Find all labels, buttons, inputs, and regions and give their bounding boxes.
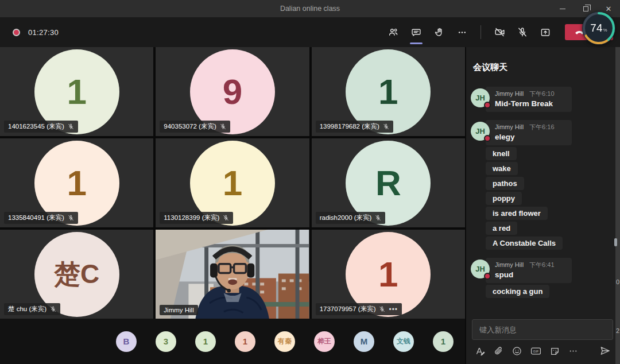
raise-hand-button[interactable] — [429, 22, 450, 42]
participant-tile[interactable]: 1 1401623545 (来宾) — [0, 47, 153, 136]
edge-digit-bottom: 2 — [616, 327, 619, 334]
edge-digit-top: 0 — [616, 278, 619, 285]
send-message-button[interactable] — [599, 346, 611, 358]
participant-name-label: 1130128399 (来宾) — [160, 212, 233, 224]
participant-tile[interactable]: 1 1737079957 (来宾) ••• — [312, 230, 465, 319]
overflow-participant-avatar[interactable]: B — [116, 331, 137, 352]
participant-name-label: 940353072 (来宾) — [160, 121, 230, 133]
sticker-button[interactable] — [550, 346, 560, 358]
chat-author-name: Jimmy Hill — [495, 90, 524, 97]
participant-tile[interactable]: 9 940353072 (来宾) — [156, 47, 309, 136]
chat-author-avatar: JH — [471, 88, 490, 107]
overflow-participants-strip: B 3 1 1 有秦 桦王 M 文钱 1 — [0, 319, 465, 364]
battery-percent-unit: % — [603, 28, 607, 33]
chat-message-bubble: knell — [486, 147, 517, 160]
participant-tile[interactable]: 1 1130128399 (来宾) — [156, 138, 309, 227]
mic-muted-icon — [220, 123, 226, 130]
participant-tile[interactable]: R radish2000 (来宾) — [312, 138, 465, 227]
overflow-participant-avatar[interactable]: 1 — [235, 331, 255, 352]
mic-muted-icon — [383, 123, 389, 130]
chat-message-bubble: pathos — [486, 177, 524, 190]
overflow-participant-avatar[interactable]: 3 — [156, 331, 176, 352]
overflow-participant-avatar[interactable]: 有秦 — [274, 331, 295, 352]
toolbar-divider — [480, 25, 481, 39]
meeting-window: Dalian online class ✕ 01:27:30 — [0, 0, 620, 364]
chat-author-name: Jimmy Hill — [495, 123, 524, 130]
chat-button[interactable] — [406, 22, 427, 42]
presence-busy-dot — [484, 273, 491, 280]
mic-muted-icon — [68, 123, 74, 130]
participant-name-label: 1335840491 (来宾) — [4, 212, 78, 224]
mic-muted-icon — [375, 215, 381, 221]
participant-video-tile[interactable]: Jimmy Hill — [156, 230, 309, 319]
meeting-toolbar: 01:27:30 — [0, 17, 620, 47]
chat-author-initials: JH — [475, 127, 485, 135]
participant-name-label: 楚 chu (来宾) — [4, 303, 60, 315]
more-input-options-button[interactable] — [568, 346, 578, 358]
participant-name: 楚 chu (来宾) — [8, 305, 46, 313]
overflow-participant-avatar[interactable]: M — [354, 331, 374, 352]
participant-name: 940353072 (来宾) — [164, 122, 216, 131]
chat-input-area: GIF — [466, 319, 620, 364]
participant-tile[interactable]: 楚C 楚 chu (来宾) — [0, 230, 153, 319]
overflow-participant-avatar[interactable]: 1 — [195, 331, 216, 352]
participant-name: 1130128399 (来宾) — [164, 214, 219, 222]
mic-muted-icon — [50, 306, 56, 312]
chat-message-group: JH Jimmy Hill下午6:10 Mid-Term Break — [470, 87, 615, 112]
overflow-participant-avatar[interactable]: 桦王 — [314, 331, 335, 352]
chat-panel: 会议聊天 JH Jimmy Hill下午6:10 — [465, 47, 620, 364]
camera-off-icon — [494, 27, 505, 37]
window-title: Dalian online class — [0, 5, 620, 13]
participant-name: 1401623545 (来宾) — [8, 122, 64, 131]
chat-bubble: Jimmy Hill下午6:41 spud — [486, 258, 572, 283]
chat-message-group: JH Jimmy Hill下午6:41 spud — [470, 258, 615, 283]
presence-busy-dot — [484, 102, 491, 109]
camera-off-button[interactable] — [489, 22, 510, 42]
participant-name: 13998179682 (来宾) — [320, 122, 379, 131]
screen-edge-strip — [615, 47, 620, 364]
share-screen-button[interactable] — [535, 22, 556, 42]
mic-muted-icon — [223, 215, 229, 221]
participant-name: Jimmy Hill — [164, 307, 193, 313]
chat-message-text: spud — [495, 270, 565, 279]
emoji-button[interactable] — [512, 346, 522, 358]
participant-name-label: radish2000 (来宾) — [316, 212, 386, 224]
participant-name-label: 1737079957 (来宾) ••• — [316, 303, 402, 315]
chat-panel-title: 会议聊天 — [473, 62, 620, 73]
chat-author-avatar: JH — [471, 260, 490, 278]
tile-more-icon[interactable]: ••• — [389, 307, 398, 312]
share-screen-icon — [540, 28, 551, 37]
chat-timestamp: 下午6:10 — [529, 90, 554, 97]
battery-percent-value: 74 — [590, 22, 602, 34]
participant-name: 1737079957 (来宾) — [320, 305, 376, 313]
battery-percent-widget: 74% — [581, 10, 617, 46]
chat-message-bubble: A Constable Calls — [486, 237, 563, 250]
participant-name-label: Jimmy Hill — [160, 305, 197, 315]
chat-author-name: Jimmy Hill — [495, 261, 524, 268]
titlebar: Dalian online class ✕ — [0, 0, 620, 17]
chat-author-initials: JH — [475, 94, 485, 102]
attach-button[interactable] — [494, 346, 503, 358]
participant-tile[interactable]: 1 1335840491 (来宾) — [0, 138, 153, 227]
mic-off-button[interactable] — [512, 22, 533, 42]
participants-icon — [388, 28, 398, 37]
chat-input[interactable] — [472, 319, 613, 340]
chat-message-bubble: is ared flower — [486, 207, 548, 220]
gif-button[interactable]: GIF — [530, 346, 541, 358]
more-options-icon — [457, 28, 467, 37]
chat-bubble: Jimmy Hill下午6:16 elegy — [486, 120, 572, 145]
overflow-participant-avatar[interactable]: 文钱 — [393, 331, 414, 352]
participants-button[interactable] — [383, 22, 404, 42]
chat-timestamp: 下午6:41 — [529, 261, 554, 268]
chat-message-bubble: wake — [486, 162, 518, 175]
format-button[interactable] — [475, 346, 485, 358]
more-options-button[interactable] — [452, 22, 472, 42]
edge-scrollbar-thumb[interactable] — [614, 238, 617, 246]
participant-tile[interactable]: 1 13998179682 (来宾) — [312, 47, 465, 136]
chat-message-bubble: a red — [486, 222, 517, 235]
chat-message-bubble: poppy — [486, 192, 522, 205]
chat-author-initials: JH — [475, 265, 485, 273]
chat-bubble: Jimmy Hill下午6:10 Mid-Term Break — [486, 87, 572, 112]
chat-message-bubble: cocking a gun — [486, 285, 549, 298]
overflow-participant-avatar[interactable]: 1 — [433, 331, 454, 352]
